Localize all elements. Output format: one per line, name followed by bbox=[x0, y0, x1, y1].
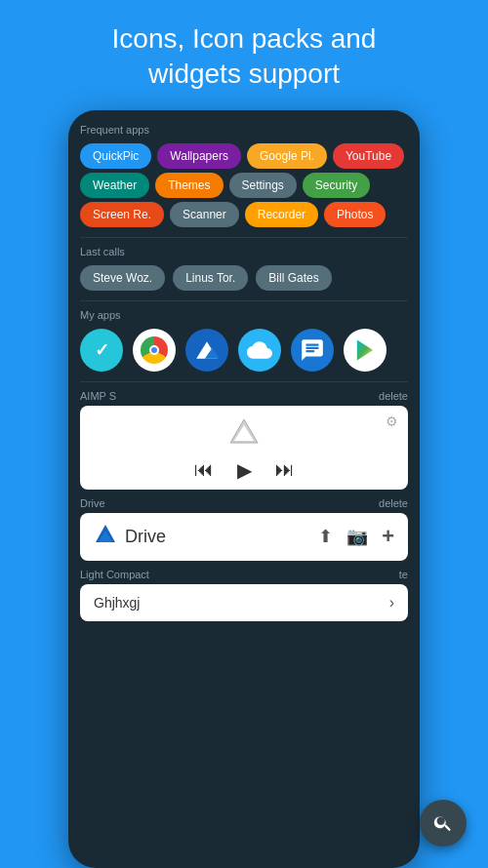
widget-drive-delete[interactable]: delete bbox=[379, 497, 408, 509]
widget-aimp-row: AIMP S delete bbox=[80, 390, 408, 402]
prev-button[interactable]: ⏮ bbox=[194, 458, 214, 481]
header-line2: widgets support bbox=[148, 59, 340, 89]
chip-weather[interactable]: Weather bbox=[80, 173, 149, 198]
contact-linustor[interactable]: Linus Tor. bbox=[173, 265, 248, 291]
widget-drive: Drive ⬆ 📷 + bbox=[80, 513, 408, 561]
upload-icon[interactable]: ⬆ bbox=[318, 526, 333, 547]
chip-recorder[interactable]: Recorder bbox=[245, 202, 318, 227]
widget-drive-row: Drive delete bbox=[80, 497, 408, 509]
chip-google-play[interactable]: Google Pl. bbox=[247, 143, 327, 169]
add-icon[interactable]: + bbox=[382, 524, 394, 549]
drive-actions: ⬆ 📷 + bbox=[318, 524, 394, 549]
divider-2 bbox=[80, 300, 408, 301]
chips-row-2: Weather Themes Settings Security bbox=[80, 173, 408, 198]
aimp-controls: ⏮ ▶ ⏭ bbox=[194, 458, 295, 482]
widget-light: Ghjhxgj › bbox=[80, 584, 408, 621]
chip-wallpapers[interactable]: Wallpapers bbox=[157, 143, 241, 169]
widget-aimp-label: AIMP S bbox=[80, 390, 116, 402]
fab-search[interactable] bbox=[420, 800, 467, 847]
my-apps-icons: ✓ bbox=[80, 329, 408, 372]
app-icon-chrome[interactable] bbox=[133, 329, 176, 372]
chip-security[interactable]: Security bbox=[303, 173, 370, 198]
chip-settings[interactable]: Settings bbox=[229, 173, 297, 198]
app-icon-cloud[interactable] bbox=[238, 329, 281, 372]
aimp-logo bbox=[224, 414, 264, 453]
last-calls-label: Last calls bbox=[80, 246, 408, 257]
chips-row-3: Screen Re. Scanner Recorder Photos bbox=[80, 202, 408, 227]
app-icon-mountains[interactable] bbox=[185, 329, 228, 372]
chip-scanner[interactable]: Scanner bbox=[170, 202, 239, 227]
widget-light-label: Light Compact bbox=[80, 569, 149, 580]
drive-title: Drive bbox=[125, 527, 166, 547]
widget-aimp-delete[interactable]: delete bbox=[379, 390, 408, 402]
widget-aimp: ⚙ ⏮ ▶ ⏭ bbox=[80, 406, 408, 490]
drive-icon bbox=[94, 523, 117, 551]
app-icon-aimp[interactable]: ✓ bbox=[80, 329, 123, 372]
app-icon-messages[interactable] bbox=[291, 329, 334, 372]
svg-marker-2 bbox=[357, 339, 373, 360]
app-icon-playstore[interactable] bbox=[344, 329, 386, 372]
divider-3 bbox=[80, 381, 408, 382]
header-line1: Icons, Icon packs and bbox=[112, 23, 377, 54]
drive-left: Drive bbox=[94, 523, 166, 551]
chip-screenre[interactable]: Screen Re. bbox=[80, 202, 164, 227]
gear-icon[interactable]: ⚙ bbox=[386, 414, 398, 429]
contact-stevewoz[interactable]: Steve Woz. bbox=[80, 265, 165, 291]
chip-youtube[interactable]: YouTube bbox=[333, 143, 404, 169]
widget-light-delete[interactable]: te bbox=[399, 569, 408, 580]
next-button[interactable]: ⏭ bbox=[275, 458, 295, 481]
camera-icon[interactable]: 📷 bbox=[346, 526, 368, 547]
phone-container: Frequent apps QuickPic Wallpapers Google… bbox=[68, 110, 420, 868]
contact-billgates[interactable]: Bill Gates bbox=[256, 265, 331, 291]
play-button[interactable]: ▶ bbox=[237, 458, 252, 482]
light-content: Ghjhxgj bbox=[94, 595, 140, 611]
chip-photos[interactable]: Photos bbox=[324, 202, 386, 227]
my-apps-label: My apps bbox=[80, 309, 408, 321]
widget-light-row: Light Compact te bbox=[80, 569, 408, 580]
chip-quickpic[interactable]: QuickPic bbox=[80, 143, 151, 169]
chips-row-1: QuickPic Wallpapers Google Pl. YouTube bbox=[80, 143, 408, 169]
chevron-right-icon: › bbox=[389, 594, 394, 612]
frequent-apps-label: Frequent apps bbox=[80, 124, 408, 136]
widget-drive-label: Drive bbox=[80, 497, 105, 509]
divider-1 bbox=[80, 237, 408, 238]
contacts-row: Steve Woz. Linus Tor. Bill Gates bbox=[80, 265, 408, 291]
chip-themes[interactable]: Themes bbox=[155, 173, 223, 198]
header-text: Icons, Icon packs and widgets support bbox=[83, 0, 406, 110]
